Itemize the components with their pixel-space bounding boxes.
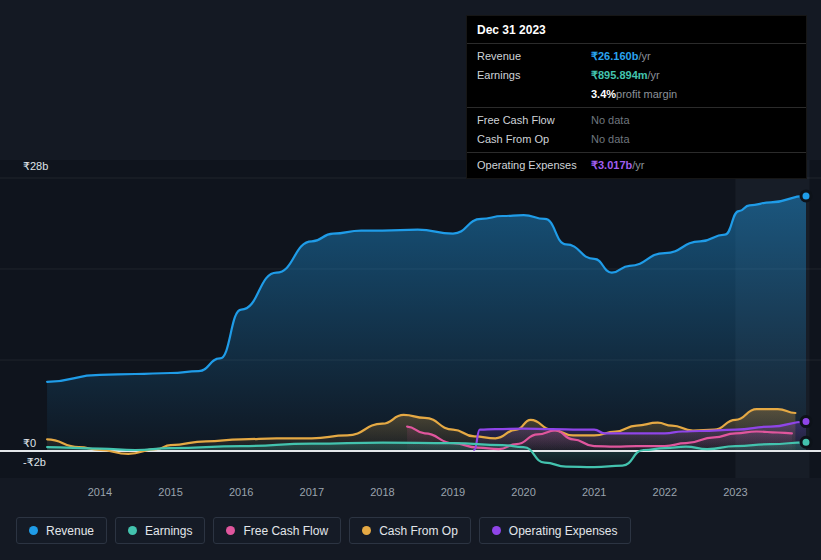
- x-axis-label: 2018: [362, 486, 402, 498]
- revenue-dot-icon: [29, 526, 38, 535]
- tooltip-row-free-cash-flow: Free Cash Flow No data: [467, 111, 806, 130]
- end-dot-operating-expenses: [801, 417, 811, 427]
- revenue-value: ₹26.160b: [591, 49, 638, 64]
- x-axis-label: 2022: [645, 486, 685, 498]
- tooltip-section-income: Revenue ₹26.160b /yr Earnings ₹895.894m …: [467, 44, 806, 108]
- y-axis-label-bottom: -₹2b: [23, 456, 46, 469]
- earnings-dot-icon: [128, 526, 137, 535]
- legend-item-free-cash-flow[interactable]: Free Cash Flow: [213, 517, 341, 544]
- legend-item-cash-from-op[interactable]: Cash From Op: [349, 517, 471, 544]
- earnings-label: Earnings: [477, 68, 591, 83]
- free-cash-flow-label: Free Cash Flow: [477, 113, 591, 128]
- tooltip-date: Dec 31 2023: [467, 16, 806, 44]
- tooltip-row-revenue: Revenue ₹26.160b /yr: [467, 47, 806, 66]
- x-axis-label: 2020: [504, 486, 544, 498]
- x-axis-label: 2021: [574, 486, 614, 498]
- revenue-unit: /yr: [638, 49, 650, 64]
- operating-expenses-label: Operating Expenses: [477, 158, 591, 173]
- profit-margin-spacer: [477, 87, 591, 102]
- earnings-value: ₹895.894m: [591, 68, 648, 83]
- legend-item-earnings[interactable]: Earnings: [115, 517, 205, 544]
- legend-label-cash-from-op: Cash From Op: [379, 524, 458, 538]
- tooltip-section-cash: Free Cash Flow No data Cash From Op No d…: [467, 108, 806, 153]
- tooltip-row-operating-expenses: Operating Expenses ₹3.017b /yr: [467, 156, 806, 175]
- end-dot-revenue: [801, 191, 811, 201]
- end-dot-earnings: [801, 437, 811, 447]
- cash-from-op-label: Cash From Op: [477, 132, 591, 147]
- operating-expenses-dot-icon: [492, 526, 501, 535]
- free-cash-flow-value: No data: [591, 113, 630, 128]
- operating-expenses-value: ₹3.017b: [591, 158, 632, 173]
- x-axis-label: 2015: [151, 486, 191, 498]
- profit-margin-text: profit margin: [616, 87, 677, 102]
- revenue-label: Revenue: [477, 49, 591, 64]
- x-axis-label: 2014: [80, 486, 120, 498]
- area-revenue: [47, 196, 806, 451]
- legend-item-operating-expenses[interactable]: Operating Expenses: [479, 517, 631, 544]
- tooltip-section-expenses: Operating Expenses ₹3.017b /yr: [467, 153, 806, 178]
- y-axis-label-zero: ₹0: [23, 437, 36, 450]
- tooltip-card: Dec 31 2023 Revenue ₹26.160b /yr Earning…: [466, 15, 807, 179]
- x-axis-label: 2017: [292, 486, 332, 498]
- cash-from-op-value: No data: [591, 132, 630, 147]
- x-axis-label: 2016: [221, 486, 261, 498]
- profit-margin-value: 3.4%: [591, 87, 616, 102]
- earnings-unit: /yr: [648, 68, 660, 83]
- x-axis-label: 2023: [715, 486, 755, 498]
- cash-from-op-dot-icon: [362, 526, 371, 535]
- financials-chart-page: ₹28b ₹0 -₹2b 201420152016201720182019202…: [0, 0, 821, 560]
- legend-label-free-cash-flow: Free Cash Flow: [243, 524, 328, 538]
- operating-expenses-unit: /yr: [632, 158, 644, 173]
- legend-item-revenue[interactable]: Revenue: [16, 517, 107, 544]
- x-axis-label: 2019: [433, 486, 473, 498]
- legend-label-earnings: Earnings: [145, 524, 192, 538]
- tooltip-row-profit-margin: 3.4% profit margin: [467, 85, 806, 104]
- y-axis-label-top: ₹28b: [23, 160, 48, 173]
- tooltip-row-cash-from-op: Cash From Op No data: [467, 130, 806, 149]
- legend-label-revenue: Revenue: [46, 524, 94, 538]
- free-cash-flow-dot-icon: [226, 526, 235, 535]
- tooltip-row-earnings: Earnings ₹895.894m /yr: [467, 66, 806, 85]
- legend-label-operating-expenses: Operating Expenses: [509, 524, 618, 538]
- legend: Revenue Earnings Free Cash Flow Cash Fro…: [16, 517, 631, 544]
